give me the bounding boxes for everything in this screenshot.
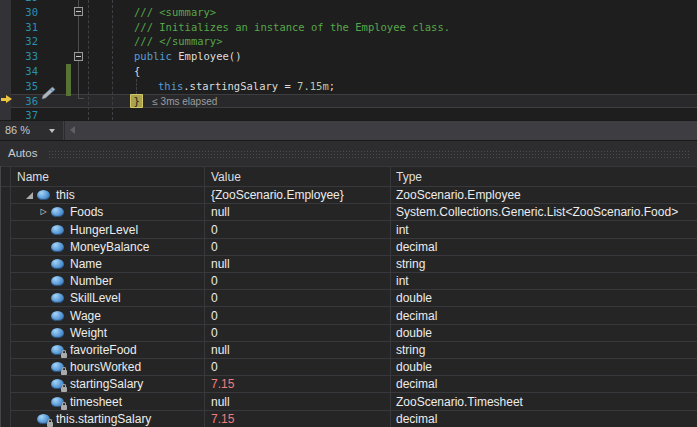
field-icon bbox=[51, 293, 64, 303]
variable-row[interactable]: favoriteFoodnullstring bbox=[10, 342, 697, 359]
column-header-type[interactable]: Type bbox=[396, 167, 422, 187]
code-token: Employee() bbox=[172, 50, 242, 62]
lock-icon bbox=[47, 422, 53, 427]
variable-name-cell: this bbox=[23, 187, 75, 203]
variable-value[interactable]: 0 bbox=[211, 290, 218, 306]
private-field-icon bbox=[51, 345, 64, 355]
code-token: public bbox=[134, 50, 172, 62]
edit-pen-icon bbox=[39, 86, 56, 100]
variable-value[interactable]: null bbox=[211, 393, 230, 409]
code-token: /// </summary> bbox=[134, 35, 223, 47]
fold-toggle-icon[interactable] bbox=[74, 7, 83, 16]
expander-placeholder bbox=[37, 293, 50, 303]
editor-bottom-bar: 86 % bbox=[0, 120, 697, 140]
lock-icon bbox=[61, 387, 67, 392]
expander-placeholder bbox=[37, 225, 50, 235]
current-statement-arrow-icon bbox=[1, 95, 12, 104]
expander-placeholder bbox=[23, 414, 36, 424]
column-header-value[interactable]: Value bbox=[211, 167, 241, 187]
line-number: 35 bbox=[11, 79, 40, 94]
variable-value[interactable]: 0 bbox=[211, 307, 218, 323]
variable-name: timesheet bbox=[70, 395, 122, 409]
column-header-name[interactable]: Name bbox=[17, 167, 49, 187]
lock-icon bbox=[61, 353, 67, 358]
code-line: { bbox=[134, 64, 140, 79]
expander-placeholder bbox=[37, 328, 50, 338]
expander-closed-icon[interactable]: ▷ bbox=[37, 207, 50, 217]
code-editor[interactable]: 2930/// <summary>31/// Initializes an in… bbox=[0, 0, 697, 120]
field-icon bbox=[51, 311, 64, 321]
expander-open-icon[interactable] bbox=[23, 190, 36, 200]
variable-value[interactable]: 0 bbox=[211, 273, 218, 289]
variable-value[interactable]: 0 bbox=[211, 239, 218, 255]
autos-title-bar[interactable]: Autos bbox=[0, 141, 697, 166]
editor-zoom-dropdown[interactable]: 86 % bbox=[0, 121, 64, 141]
variable-row[interactable]: MoneyBalance0decimal bbox=[10, 239, 697, 256]
variable-row[interactable]: Number0int bbox=[10, 273, 697, 290]
line-number: 33 bbox=[11, 49, 40, 64]
code-line: this.startingSalary = 7.15m; bbox=[158, 79, 335, 94]
perf-tip[interactable]: ≤ 3ms elapsed bbox=[152, 96, 217, 107]
zoom-level-text: 86 % bbox=[5, 124, 30, 136]
line-number: 36 bbox=[11, 94, 40, 109]
variable-row[interactable]: this.startingSalary7.15decimal bbox=[10, 411, 697, 427]
variable-row[interactable]: Weight0double bbox=[10, 325, 697, 342]
column-divider-type[interactable] bbox=[390, 166, 391, 427]
variable-row[interactable]: Wage0decimal bbox=[10, 307, 697, 324]
field-icon bbox=[51, 207, 64, 217]
code-line: public Employee() bbox=[134, 49, 241, 64]
variable-name: Number bbox=[70, 274, 113, 288]
code-token: 7.15m bbox=[297, 80, 329, 92]
horizontal-scrollbar[interactable] bbox=[65, 121, 697, 141]
code-line: /// Initializes an instance of the Emplo… bbox=[134, 20, 450, 35]
variable-value[interactable]: null bbox=[211, 342, 230, 358]
fold-toggle-icon[interactable] bbox=[74, 52, 83, 61]
variable-value[interactable]: null bbox=[211, 256, 230, 272]
variable-value[interactable]: 7.15 bbox=[211, 376, 234, 392]
variable-value[interactable]: null bbox=[211, 204, 230, 220]
variable-row[interactable]: ▷FoodsnullSystem.Collections.Generic.Lis… bbox=[10, 204, 697, 221]
expander-placeholder bbox=[37, 362, 50, 372]
column-divider-value[interactable] bbox=[204, 166, 205, 427]
private-field-icon bbox=[51, 362, 64, 372]
variable-value[interactable]: 0 bbox=[211, 221, 218, 237]
variable-name: SkillLevel bbox=[70, 291, 121, 305]
variable-name: favoriteFood bbox=[70, 343, 137, 357]
variable-name-cell: startingSalary bbox=[37, 376, 143, 392]
variable-name: Name bbox=[70, 257, 102, 271]
variable-type: decimal bbox=[396, 411, 437, 427]
variable-type: ZooScenario.Timesheet bbox=[396, 393, 523, 409]
variable-row[interactable]: HungerLevel0int bbox=[10, 221, 697, 238]
private-field-icon bbox=[37, 414, 50, 424]
expander-placeholder bbox=[37, 345, 50, 355]
chevron-down-icon bbox=[49, 129, 55, 133]
variable-row[interactable]: timesheetnullZooScenario.Timesheet bbox=[10, 393, 697, 410]
variable-type: System.Collections.Generic.List<ZooScena… bbox=[396, 204, 678, 220]
autos-window: Autos Name Value Type this{ZooScenario.E… bbox=[0, 140, 697, 427]
variable-value[interactable]: 0 bbox=[211, 359, 218, 375]
variable-value[interactable]: 7.15 bbox=[211, 411, 234, 427]
variable-name-cell: hoursWorked bbox=[37, 359, 141, 375]
variable-row[interactable]: Namenullstring bbox=[10, 256, 697, 273]
variable-row[interactable]: SkillLevel0double bbox=[10, 290, 697, 307]
variable-name-cell: Number bbox=[37, 273, 113, 289]
expander-placeholder bbox=[37, 379, 50, 389]
scroll-left-icon[interactable] bbox=[70, 126, 75, 134]
variable-name-cell: Name bbox=[37, 256, 102, 272]
field-icon bbox=[51, 259, 64, 269]
variable-name: this bbox=[56, 188, 75, 202]
variable-value[interactable]: 0 bbox=[211, 325, 218, 341]
code-token: } bbox=[130, 94, 143, 108]
variable-row[interactable]: this{ZooScenario.Employee}ZooScenario.Em… bbox=[10, 187, 697, 204]
lock-icon bbox=[61, 405, 67, 410]
variable-row[interactable]: hoursWorked0double bbox=[10, 359, 697, 376]
variable-type: decimal bbox=[396, 376, 437, 392]
indent-guide bbox=[88, 0, 89, 120]
variable-type: int bbox=[396, 273, 409, 289]
code-token: /// Initializes an instance of the Emplo… bbox=[134, 21, 450, 33]
variable-value[interactable]: {ZooScenario.Employee} bbox=[211, 187, 344, 203]
outlining-region-end bbox=[78, 98, 84, 99]
variable-name-cell: this.startingSalary bbox=[23, 411, 151, 427]
variable-name-cell: Weight bbox=[37, 325, 107, 341]
variable-row[interactable]: startingSalary7.15decimal bbox=[10, 376, 697, 393]
